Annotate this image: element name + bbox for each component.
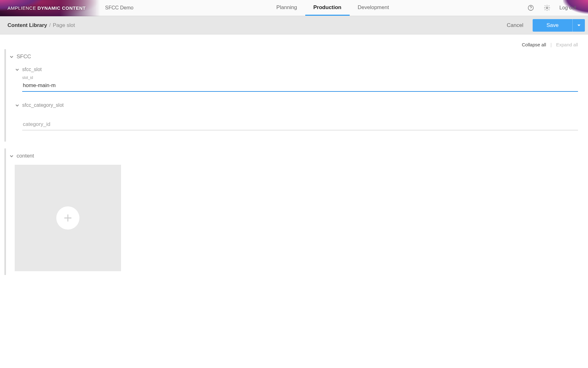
tab-label: Planning [276,4,297,11]
sub-title: sfcc_slot [22,67,42,72]
logo: AMPLIENCE DYNAMIC CONTENT [0,0,97,16]
nav-tabs: Planning Production Development [142,0,524,16]
plus-icon [63,213,73,223]
brand-strong: DYNAMIC CONTENT [38,5,86,11]
save-button-group: Save [533,19,585,32]
toolbar-sep: | [550,42,552,47]
chevron-down-icon [9,153,14,158]
form-toolbar: Collapse all | Expand all [0,34,588,49]
sfcc-category-slot-header[interactable]: sfcc_category_slot [15,101,578,111]
breadcrumb: Content Library / Page slot [8,22,507,29]
panel-title: SFCC [17,54,31,60]
tab-production[interactable]: Production [305,0,350,16]
field-slot-id: slot_id [22,75,578,92]
chevron-down-icon [15,67,20,72]
cancel-button[interactable]: Cancel [507,22,523,29]
expand-all-link[interactable]: Expand all [556,42,578,47]
top-bar: AMPLIENCE DYNAMIC CONTENT SFCC Demo Plan… [0,0,588,16]
save-button[interactable]: Save [533,19,572,32]
add-circle [56,206,79,230]
chevron-down-icon [9,54,14,59]
collapse-all-link[interactable]: Collapse all [522,42,546,47]
category-id-input[interactable] [22,119,578,130]
slot-id-label: slot_id [22,75,578,80]
gear-icon[interactable] [543,4,551,12]
tab-label: Production [313,4,342,11]
panel-sfcc-header[interactable]: SFCC [8,51,578,64]
breadcrumb-root[interactable]: Content Library [8,22,47,28]
tab-label: Development [358,4,389,11]
panel-sfcc: SFCC sfcc_slot slot_id sfcc_category_slo… [4,49,578,142]
help-icon[interactable] [527,4,535,12]
tab-planning[interactable]: Planning [268,0,305,16]
panel-title: content [17,153,34,159]
tab-development[interactable]: Development [350,0,397,16]
form-area: SFCC sfcc_slot slot_id sfcc_category_slo… [0,49,588,294]
subbar-actions: Cancel Save [507,19,585,32]
brand-prefix: AMPLIENCE [8,5,38,11]
logout-link[interactable]: Log out [560,5,576,11]
breadcrumb-sep: / [49,22,51,28]
project-label: SFCC Demo [105,5,134,11]
breadcrumb-leaf: Page slot [53,22,75,28]
caret-down-icon [577,23,581,27]
svg-point-2 [546,7,548,9]
topbar-actions: Log out [524,0,588,16]
content-add-tile[interactable] [15,165,121,271]
panel-content-header[interactable]: content [8,150,578,163]
subpanel-sfcc-category-slot: sfcc_category_slot [15,99,578,130]
sub-title: sfcc_category_slot [22,102,64,108]
sfcc-slot-header[interactable]: sfcc_slot [15,65,578,75]
slot-id-input[interactable] [22,80,578,92]
save-dropdown[interactable] [572,19,585,32]
project-name[interactable]: SFCC Demo [97,0,142,16]
field-category-id [22,119,578,130]
chevron-down-icon [15,103,20,108]
panel-content: content [4,148,578,275]
sub-bar: Content Library / Page slot Cancel Save [0,16,588,34]
subpanel-sfcc-slot: sfcc_slot slot_id [15,64,578,92]
svg-point-1 [530,9,531,9]
